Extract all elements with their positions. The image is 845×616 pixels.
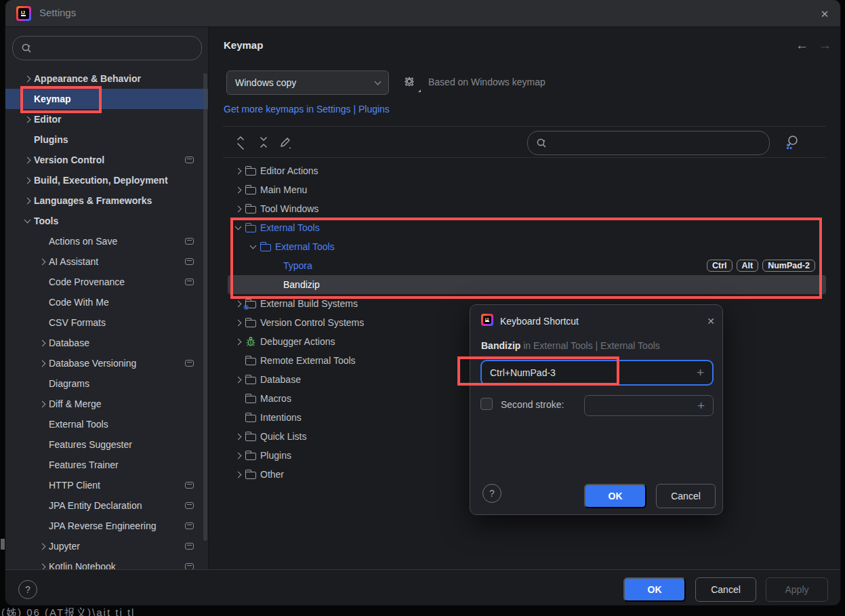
sidebar-item-code-provenance[interactable]: Code Provenance	[5, 272, 209, 292]
dialog-cancel-button[interactable]: Cancel	[656, 484, 716, 508]
dialog-ok-button[interactable]: OK	[584, 484, 646, 508]
dialog-subtitle: Bandizip in External Tools | External To…	[481, 340, 660, 351]
sidebar-item-csv-formats[interactable]: CSV Formats	[5, 312, 209, 333]
chevron-right-icon[interactable]	[20, 158, 34, 163]
settings-sidebar: Appearance & BehaviorKeymapEditorPlugins…	[5, 27, 209, 569]
folder-icon	[245, 394, 260, 403]
intellij-logo-icon: IJ	[16, 6, 31, 21]
chevron-down-icon[interactable]	[20, 220, 34, 222]
sidebar-item-label: Database	[49, 337, 89, 348]
sidebar-item-external-tools[interactable]: External Tools	[5, 414, 209, 434]
tree-row-tool-windows[interactable]: Tool Windows	[223, 199, 826, 218]
tree-row-label: External Build Systems	[260, 298, 358, 309]
chevron-right-icon[interactable]	[20, 199, 34, 203]
settings-search-input[interactable]	[35, 43, 171, 54]
chevron-right-icon[interactable]	[35, 361, 49, 366]
expand-all-icon[interactable]	[233, 135, 249, 151]
sidebar-item-plugins[interactable]: Plugins	[5, 129, 209, 150]
sidebar-item-jupyter[interactable]: Jupyter	[5, 536, 209, 556]
sidebar-item-label: Diff & Merge	[49, 398, 102, 409]
keymap-search-box[interactable]	[527, 131, 770, 155]
close-icon[interactable]: ✕	[703, 314, 718, 329]
sidebar-item-editor[interactable]: Editor	[5, 109, 209, 129]
sidebar-item-database-versioning[interactable]: Database Versioning	[5, 353, 209, 373]
desktop-clipped-text: (姊) 06 (AT报义)\ait ti tl	[0, 607, 845, 616]
chevron-right-icon[interactable]	[35, 402, 49, 407]
gear-icon[interactable]	[401, 73, 420, 92]
sidebar-item-ai-assistant[interactable]: AI Assistant	[5, 251, 209, 272]
close-icon[interactable]: ✕	[817, 7, 832, 22]
dropdown-caret	[418, 89, 421, 92]
collapse-all-icon[interactable]	[256, 135, 272, 151]
sidebar-scrollbar[interactable]	[203, 73, 207, 541]
edit-shortcut-icon[interactable]	[278, 135, 294, 151]
chevron-right-icon[interactable]	[35, 341, 49, 346]
chevron-right-icon[interactable]	[230, 321, 245, 325]
tree-row-bandizip[interactable]: Bandizip	[228, 275, 826, 294]
apply-button[interactable]: Apply	[766, 577, 828, 602]
tree-row-label: Quick Lists	[260, 431, 306, 442]
chevron-right-icon[interactable]	[230, 453, 245, 458]
first-stroke-input[interactable]: Ctrl+NumPad-3 +	[480, 360, 714, 386]
sidebar-item-version-control[interactable]: Version Control	[5, 150, 209, 170]
tree-row-label: External Tools	[260, 222, 320, 233]
chevron-right-icon[interactable]	[35, 564, 49, 569]
chevron-right-icon[interactable]	[20, 178, 34, 183]
second-stroke-input[interactable]: +	[584, 395, 714, 416]
keymap-select[interactable]: Windows copy	[226, 70, 389, 95]
chevron-right-icon[interactable]	[35, 260, 49, 264]
ok-button[interactable]: OK	[623, 577, 686, 602]
sidebar-item-database[interactable]: Database	[5, 333, 209, 353]
plus-icon[interactable]: +	[697, 398, 705, 413]
chevron-right-icon[interactable]	[230, 377, 245, 382]
chevron-down-icon[interactable]	[230, 226, 245, 229]
key-badge-ctrl: Ctrl	[707, 260, 733, 272]
sidebar-item-appearance-behavior[interactable]: Appearance & Behavior	[5, 68, 209, 89]
second-stroke-checkbox[interactable]	[480, 398, 493, 410]
sidebar-item-kotlin-notebook[interactable]: Kotlin Notebook	[5, 556, 209, 569]
chevron-right-icon[interactable]	[230, 472, 245, 477]
tree-row-main-menu[interactable]: Main Menu	[223, 180, 826, 199]
sidebar-item-diagrams[interactable]: Diagrams	[5, 373, 209, 394]
chevron-right-icon[interactable]	[230, 188, 245, 192]
sidebar-item-tools[interactable]: Tools	[5, 211, 209, 231]
sidebar-item-keymap[interactable]: Keymap	[5, 89, 209, 109]
plus-icon[interactable]: +	[697, 365, 704, 380]
folder-icon	[245, 451, 260, 460]
sidebar-item-features-trainer[interactable]: Features Trainer	[5, 455, 209, 475]
sidebar-item-label: Jupyter	[49, 541, 80, 552]
chevron-down-icon[interactable]	[245, 245, 260, 248]
tree-row-external-tools[interactable]: External Tools	[223, 218, 826, 237]
help-icon[interactable]: ?	[482, 484, 501, 503]
sidebar-item-http-client[interactable]: HTTP Client	[5, 475, 209, 495]
sidebar-item-actions-on-save[interactable]: Actions on Save	[5, 231, 209, 251]
sidebar-item-diff-merge[interactable]: Diff & Merge	[5, 394, 209, 414]
chevron-right-icon[interactable]	[230, 169, 245, 173]
sidebar-item-jpa-entity-declaration[interactable]: JPA Entity Declaration	[5, 495, 209, 516]
sidebar-item-languages-frameworks[interactable]: Languages & Frameworks	[5, 190, 209, 211]
sidebar-item-label: Diagrams	[49, 378, 89, 389]
forward-arrow-icon[interactable]: →	[819, 38, 831, 53]
chevron-right-icon[interactable]	[230, 434, 245, 439]
chevron-right-icon[interactable]	[35, 544, 49, 549]
tree-row-typora[interactable]: TyporaCtrlAltNumPad-2	[223, 256, 826, 275]
sidebar-item-build-execution-deployment[interactable]: Build, Execution, Deployment	[5, 170, 209, 190]
help-icon[interactable]: ?	[18, 580, 37, 599]
sidebar-item-features-suggester[interactable]: Features Suggester	[5, 434, 209, 455]
chevron-right-icon[interactable]	[20, 77, 34, 81]
cancel-button[interactable]: Cancel	[695, 577, 756, 602]
settings-search-box[interactable]	[12, 36, 202, 60]
back-arrow-icon[interactable]: ←	[796, 38, 808, 53]
chevron-right-icon[interactable]	[230, 340, 245, 344]
chevron-right-icon[interactable]	[20, 117, 34, 122]
keymap-search-input[interactable]	[550, 138, 686, 148]
find-actions-by-shortcut-icon[interactable]	[782, 134, 801, 152]
sidebar-item-jpa-reverse-engineering[interactable]: JPA Reverse Engineering	[5, 516, 209, 536]
chevron-right-icon[interactable]	[230, 207, 245, 211]
sidebar-item-label: CSV Formats	[49, 317, 106, 328]
tree-row-external-tools[interactable]: External Tools	[223, 237, 826, 256]
tree-row-editor-actions[interactable]: Editor Actions	[223, 161, 826, 180]
tree-row-label: Typora	[283, 260, 312, 271]
sidebar-item-code-with-me[interactable]: Code With Me	[5, 292, 209, 312]
get-more-keymaps-link[interactable]: Get more keymaps in Settings | Plugins	[224, 104, 390, 115]
